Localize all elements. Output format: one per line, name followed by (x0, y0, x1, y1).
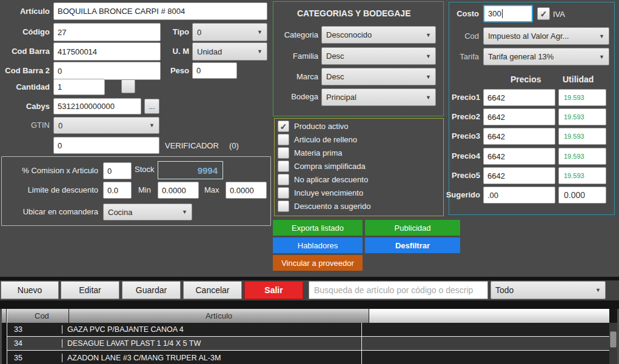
precio1-input[interactable]: 6642 (483, 89, 555, 106)
cell-cod: 35 (7, 354, 62, 362)
cabys-label: Cabys (0, 102, 50, 110)
sugerido-label: Sugerido (446, 191, 480, 199)
comision-input[interactable]: 0 (103, 162, 132, 179)
comandera-label: Ubicar en comandera (0, 208, 98, 216)
col-header-empty (369, 309, 609, 323)
vincular-proveedor-button[interactable]: Vincular a proveedor (273, 255, 363, 271)
codigo-input[interactable]: 27 (53, 23, 161, 41)
cell-articulo: GAZA PVC P/BAJANTE CANOA 4 (62, 325, 361, 334)
chevron-down-icon: ▼ (257, 29, 263, 35)
compra-simplificada-checkbox[interactable] (278, 160, 289, 172)
cod-impuesto-label: Cod (452, 32, 479, 40)
bodega-label: Bodega (276, 93, 318, 101)
peso-input[interactable]: 0 (192, 62, 237, 79)
precio5-label: Precio5 (452, 171, 480, 179)
marca-label: Marca (276, 73, 318, 81)
editar-button[interactable]: Editar (61, 281, 119, 299)
verificador-label: VERIFICADOR (165, 142, 219, 150)
categoria-dropdown[interactable]: Desconocido▼ (321, 26, 436, 44)
desfiltrar-button[interactable]: Desfiltrar (365, 237, 460, 253)
precio4-utility: 19.593 (558, 148, 606, 165)
comandera-dropdown[interactable]: Cocina▼ (103, 204, 192, 220)
table-row[interactable]: 34 DESAGUE LAVAT PLAST 1 1/4 X 5 TW (7, 337, 609, 351)
categoria-label: Categoria (276, 31, 318, 39)
filter-dropdown[interactable]: Todo▼ (490, 281, 606, 299)
cantidad-label: Cantidad (0, 83, 50, 91)
precio3-utility: 19.593 (558, 128, 606, 145)
verificador-input[interactable]: 0 (53, 137, 159, 154)
max-input[interactable]: 0.0000 (226, 182, 267, 199)
precio2-utility: 19.593 (558, 108, 606, 125)
articulo-relleno-checkbox[interactable] (278, 134, 289, 145)
costo-input[interactable]: 300 (483, 5, 533, 22)
familia-label: Familia (276, 52, 318, 60)
compra-simplificada-label: Compra simplificada (294, 162, 366, 170)
precio4-label: Precio4 (452, 152, 480, 160)
publicidad-button[interactable]: Publicidad (365, 220, 460, 236)
sugerido-input[interactable]: .00 (483, 187, 555, 204)
tipo-dropdown[interactable]: 0▼ (192, 23, 267, 41)
cantidad-checkbox[interactable] (121, 79, 135, 93)
producto-activo-label: Producto activo (294, 122, 349, 130)
materia-prima-checkbox[interactable] (278, 147, 289, 159)
min-input[interactable]: 0.0000 (158, 182, 199, 199)
precio4-input[interactable]: 6642 (483, 148, 555, 165)
article-editor-window: Artículo BOQUILLA BRONCE CARPI # 8004 Có… (0, 0, 619, 364)
col-header-articulo[interactable]: Artículo (69, 309, 369, 323)
sugerido-utility: 0.000 (558, 187, 606, 204)
guardar-button[interactable]: Guardar (122, 281, 181, 299)
costo-label: Costo (452, 10, 479, 18)
bodega-dropdown[interactable]: Principal▼ (321, 88, 436, 106)
chevron-down-icon: ▼ (599, 33, 604, 39)
no-aplicar-descuento-checkbox[interactable] (278, 174, 289, 185)
cancelar-button[interactable]: Cancelar (183, 281, 242, 299)
incluye-vencimiento-label: Incluye vencimiento (294, 189, 363, 197)
articulo-relleno-label: Articulo de relleno (294, 136, 357, 144)
precio5-input[interactable]: 6642 (483, 167, 555, 184)
salir-button[interactable]: Salir (244, 281, 303, 299)
materia-prima-label: Materia prima (294, 149, 342, 157)
stock-value: 9994 (158, 161, 223, 179)
cod-barra2-input[interactable]: 0 (53, 62, 161, 80)
cabys-browse-button[interactable]: ... (144, 99, 159, 114)
habladores-button[interactable]: Habladores (273, 237, 363, 253)
min-label: Min (138, 186, 151, 194)
nuevo-button[interactable]: Nuevo (1, 281, 59, 299)
categorias-title: CATEGORIAS Y BODEGAJE (297, 9, 410, 18)
incluye-vencimiento-checkbox[interactable] (278, 187, 289, 199)
chevron-down-icon: ▼ (426, 74, 431, 80)
comision-label: % Comision x Articulo (0, 167, 98, 174)
precio3-label: Precio3 (452, 132, 480, 140)
precio2-input[interactable]: 6642 (483, 108, 555, 125)
peso-label: Peso (155, 67, 189, 74)
limite-input[interactable]: 0.0 (103, 182, 132, 199)
articulo-input[interactable]: BOQUILLA BRONCE CARPI # 8004 (53, 2, 267, 20)
familia-dropdown[interactable]: Desc▼ (321, 47, 436, 65)
col-header-cod[interactable]: Cod (7, 309, 69, 323)
um-dropdown[interactable]: Unidad▼ (192, 42, 267, 61)
cod-barra-input[interactable]: 417500014 (53, 42, 161, 61)
table-row[interactable]: 35 AZADON LANE #3 C/MANG TRUPER AL-3M (7, 351, 609, 364)
marca-dropdown[interactable]: Desc▼ (321, 68, 436, 85)
row-header-stub (2, 309, 6, 323)
limite-label: Limite de descuento (0, 186, 98, 194)
precios-header: Precios (510, 75, 541, 84)
search-input[interactable] (309, 281, 488, 299)
gtin-dropdown[interactable]: 0▼ (53, 117, 159, 134)
iva-checkbox[interactable]: ✓ (537, 7, 550, 20)
exporta-listado-button[interactable]: Exporta listado (273, 220, 363, 236)
cabys-input[interactable]: 5312100000000 (53, 98, 141, 114)
producto-activo-checkbox[interactable]: ✓ (278, 121, 289, 132)
cantidad-input[interactable]: 1 (53, 79, 105, 95)
chevron-down-icon: ▼ (257, 48, 263, 55)
articles-table: Cod Artículo 33 GAZA PVC P/BAJANTE CANOA… (2, 309, 617, 364)
descuento-sugerido-checkbox[interactable] (278, 200, 289, 212)
table-scrollbar-thumb[interactable] (610, 331, 617, 348)
cod-impuesto-dropdown[interactable]: Impuesto al Valor Agr...▼ (483, 27, 609, 45)
table-row[interactable]: 33 GAZA PVC P/BAJANTE CANOA 4 (7, 323, 609, 337)
tarifa-dropdown[interactable]: Tarifa general 13%▼ (483, 48, 609, 65)
utilidad-header: Utilidad (563, 75, 594, 84)
cod-barra2-label: Cod Barra 2 (0, 67, 50, 74)
text-caret (502, 9, 503, 18)
precio3-input[interactable]: 6642 (483, 128, 555, 145)
